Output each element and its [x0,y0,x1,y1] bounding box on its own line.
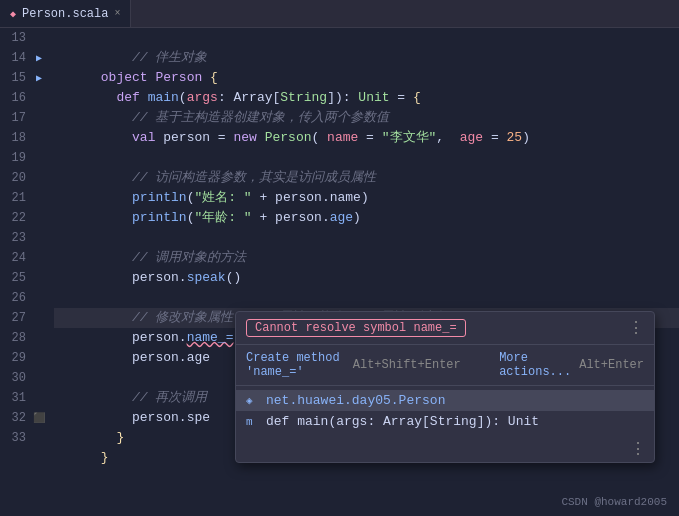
line-arrow-14[interactable]: ▶ [32,52,46,64]
completion-items: ◈ net.huawei.day05.Person m def main(arg… [236,386,654,436]
gutter-line-19: 19 [0,148,50,168]
gutter-line-30: 30 [0,368,50,388]
gutter-line-23: 23 [0,228,50,248]
create-method-action[interactable]: Create method 'name_=' [246,351,345,379]
action-separator [473,358,487,372]
gutter-line-17: 17 [0,108,50,128]
gutter-line-25: 25 [0,268,50,288]
completion-item-1[interactable]: ◈ net.huawei.day05.Person [236,390,654,411]
more-actions-shortcut: Alt+Enter [579,358,644,372]
gutter-line-28: 28 [0,328,50,348]
line-num-13: 13 [0,28,32,48]
line-num-25: 25 [0,268,32,288]
line-num-21: 21 [0,188,32,208]
gutter-line-13: 13 [0,28,50,48]
tab-filename: Person.scala [22,7,108,21]
gutter-line-24: 24 [0,248,50,268]
editor: 13 14 ▶ 15 ▶ 16 17 18 19 [0,28,679,516]
line-num-26: 26 [0,288,32,308]
error-actions: Create method 'name_=' Alt+Shift+Enter M… [236,345,654,386]
tab-bar: ◆ Person.scala × [0,0,679,28]
gutter-line-16: 16 [0,88,50,108]
line-num-16: 16 [0,88,32,108]
error-menu-icon[interactable]: ⋮ [628,318,644,338]
code-line-19: // 访问构造器参数，其实是访问成员属性 [54,148,679,168]
gutter-line-22: 22 [0,208,50,228]
completion-menu-icon[interactable]: ⋮ [630,439,646,459]
package-icon: ◈ [246,394,260,407]
line-num-15: 15 [0,68,32,88]
code-area[interactable]: // 伴生对象 object Person { def main(args: A… [50,28,679,516]
tab-close-button[interactable]: × [114,8,120,19]
gutter: 13 14 ▶ 15 ▶ 16 17 18 19 [0,28,50,516]
gutter-line-31: 31 [0,388,50,408]
error-badge: Cannot resolve symbol name_= [246,319,466,337]
line-num-33: 33 [0,428,32,448]
line-num-17: 17 [0,108,32,128]
gutter-line-26: 26 [0,288,50,308]
completion-package: net.huawei.day05.Person [266,393,445,408]
line-num-14: 14 [0,48,32,68]
line-num-32: 32 [0,408,32,428]
gutter-line-20: 20 [0,168,50,188]
line-num-19: 19 [0,148,32,168]
completion-def: def main(args: Array[String]): Unit [266,414,539,429]
gutter-line-14: 14 ▶ [0,48,50,68]
completion-item-2[interactable]: m def main(args: Array[String]): Unit [236,411,654,432]
line-num-23: 23 [0,228,32,248]
gutter-line-21: 21 [0,188,50,208]
line-num-30: 30 [0,368,32,388]
line-num-29: 29 [0,348,32,368]
method-icon: m [246,416,260,428]
code-line-26: // 修改对象属性（name属性不能改，age属性可以改） [54,288,679,308]
watermark: CSDN @howard2005 [561,496,667,508]
completion-more: ⋮ [236,436,654,462]
line-num-22: 22 [0,208,32,228]
line-num-20: 20 [0,168,32,188]
error-header: Cannot resolve symbol name_= ⋮ [236,312,654,345]
line-num-24: 24 [0,248,32,268]
line-arrow-32: ⬛ [32,412,46,424]
line-num-27: 27 [0,308,32,328]
more-actions-link[interactable]: More actions... [499,351,571,379]
tab-person-scala[interactable]: ◆ Person.scala × [0,0,131,27]
line-num-18: 18 [0,128,32,148]
gutter-line-27: 27 [0,308,50,328]
gutter-line-33: 33 [0,428,50,448]
create-method-shortcut: Alt+Shift+Enter [353,358,461,372]
scala-file-icon: ◆ [10,8,16,20]
gutter-line-29: 29 [0,348,50,368]
line-num-28: 28 [0,328,32,348]
error-popup: Cannot resolve symbol name_= ⋮ Create me… [235,311,655,463]
gutter-line-32: 32 ⬛ [0,408,50,428]
gutter-line-15: 15 ▶ [0,68,50,88]
line-num-31: 31 [0,388,32,408]
code-line-13: // 伴生对象 [54,28,679,48]
code-line-23: // 调用对象的方法 [54,228,679,248]
gutter-line-18: 18 [0,128,50,148]
line-arrow-15[interactable]: ▶ [32,72,46,84]
